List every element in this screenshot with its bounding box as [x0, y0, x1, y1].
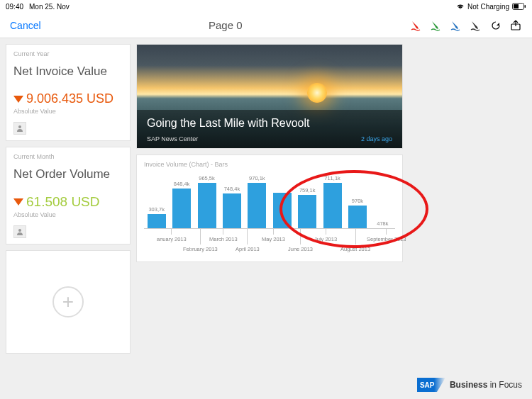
chart-bar: 759,1k: [296, 187, 318, 228]
bar: [323, 183, 342, 228]
bar-label: 303,7k: [148, 206, 165, 213]
left-column: Current Year Net Invoice Value 9.006.435…: [6, 44, 131, 354]
bar: [148, 214, 166, 228]
svg-point-5: [18, 229, 21, 232]
x-tick: February 2013: [183, 229, 218, 252]
bar-label: 711,1k: [324, 175, 340, 181]
share-icon[interactable]: [509, 19, 522, 32]
bar: [348, 206, 367, 228]
chart-bar: 970,1k: [246, 175, 268, 228]
plus-icon: +: [52, 286, 84, 317]
x-tick: July 2013: [314, 229, 337, 242]
bar-label: 970k: [352, 198, 363, 204]
bar: [223, 193, 241, 228]
bar-label: 965,5k: [199, 175, 215, 181]
chart-bar: 711,1k: [321, 175, 343, 228]
x-tick: April 2013: [235, 229, 260, 252]
tile-period: Current Month: [13, 153, 123, 160]
chart-bar: 303,7k: [145, 206, 167, 228]
x-label: June 2013: [288, 246, 313, 252]
x-tick: May 2013: [262, 229, 285, 242]
x-label: September 2013: [367, 236, 406, 242]
chart-bar: 970k: [346, 198, 368, 228]
news-sunset-image: [307, 83, 327, 103]
cancel-button[interactable]: Cancel: [10, 20, 41, 31]
x-label: August 2013: [340, 246, 370, 252]
status-bar: 09:40 Mon 25. Nov Not Charging: [0, 0, 532, 13]
chart-x-axis: anuary 2013March 2013May 2013July 2013Se…: [144, 229, 395, 257]
news-source: SAP News Center: [147, 135, 198, 142]
bar: [248, 183, 266, 228]
marker-black[interactable]: [470, 19, 482, 32]
tile-add[interactable]: +: [6, 250, 131, 354]
chart-bar: 748,4k: [221, 186, 243, 228]
chart-title: Invoice Volume (Chart) - Bars: [144, 161, 395, 168]
tile-value: 61.508 USD: [26, 194, 100, 210]
news-tile[interactable]: Going the Last Mile with Revoolt SAP New…: [136, 44, 403, 149]
tile-abs-label: Absolute Value: [13, 108, 123, 115]
tile-net-invoice[interactable]: Current Year Net Invoice Value 9.006.435…: [6, 44, 131, 141]
bar: [198, 183, 216, 228]
svg-rect-2: [525, 5, 526, 8]
bar-label: 970,1k: [249, 175, 265, 181]
wifi-icon: [456, 3, 465, 10]
chart-tile[interactable]: Invoice Volume (Chart) - Bars 303,7k848,…: [136, 154, 403, 262]
tile-period: Current Year: [13, 50, 123, 57]
bar-label: 759,1k: [299, 187, 316, 193]
tile-title: Net Invoice Value: [13, 64, 123, 79]
svg-point-4: [18, 125, 21, 128]
status-charging-text: Not Charging: [467, 3, 509, 11]
trend-down-icon: [13, 96, 23, 103]
tile-title: Net Order Volume: [13, 167, 123, 181]
bar: [273, 193, 292, 228]
right-column: Going the Last Mile with Revoolt SAP New…: [136, 44, 403, 354]
x-label: April 2013: [235, 246, 260, 252]
brand-text: Business in Focus: [450, 380, 522, 390]
nav-bar: Cancel Page 0: [0, 13, 532, 38]
x-tick: anuary 2013: [157, 229, 187, 242]
x-tick: August 2013: [340, 229, 370, 252]
svg-rect-1: [514, 4, 519, 9]
news-age: 2 days ago: [361, 135, 392, 142]
bar-label: 478k: [377, 220, 388, 227]
chart-bar: 848,4k: [170, 181, 192, 228]
bar: [172, 189, 191, 228]
refresh-icon[interactable]: [489, 19, 502, 32]
chart-bar: 478k: [372, 220, 394, 228]
x-label: February 2013: [183, 246, 218, 252]
content-area: Current Year Net Invoice Value 9.006.435…: [0, 38, 532, 359]
bar: [298, 195, 316, 228]
chart-wrap: 303,7k848,4k965,5k748,4k970,1k759,1k711,…: [144, 174, 395, 257]
news-overlay: Going the Last Mile with Revoolt SAP New…: [137, 110, 402, 148]
chart-bar: 965,5k: [196, 175, 218, 228]
x-label: May 2013: [262, 236, 285, 242]
marker-green[interactable]: [430, 19, 443, 32]
footer-brand: SAP Business in Focus: [417, 378, 522, 392]
person-icon[interactable]: [13, 225, 26, 238]
sap-logo: SAP: [417, 378, 445, 392]
chart-bar: [271, 193, 293, 228]
chart-area: 303,7k848,4k965,5k748,4k970,1k759,1k711,…: [144, 174, 395, 229]
bar-label: 748,4k: [224, 186, 240, 192]
page-title: Page 0: [209, 19, 243, 31]
trend-down-icon: [13, 198, 23, 206]
marker-blue[interactable]: [450, 19, 462, 32]
marker-red[interactable]: [410, 19, 423, 32]
nav-tools: [410, 19, 522, 32]
status-date: Mon 25. Nov: [29, 3, 70, 11]
x-tick: September 2013: [367, 229, 406, 242]
bar-label: 848,4k: [174, 181, 190, 187]
battery-icon: [512, 3, 526, 10]
person-icon[interactable]: [13, 122, 26, 135]
news-headline: Going the Last Mile with Revoolt: [147, 117, 392, 130]
tile-value: 9.006.435 USD: [26, 91, 113, 106]
x-label: July 2013: [314, 236, 337, 242]
status-time: 09:40: [6, 3, 23, 11]
tile-abs-label: Absolute Value: [13, 211, 123, 218]
x-label: anuary 2013: [157, 236, 187, 242]
x-tick: June 2013: [288, 229, 313, 252]
tile-net-order[interactable]: Current Month Net Order Volume 61.508 US…: [6, 147, 131, 245]
